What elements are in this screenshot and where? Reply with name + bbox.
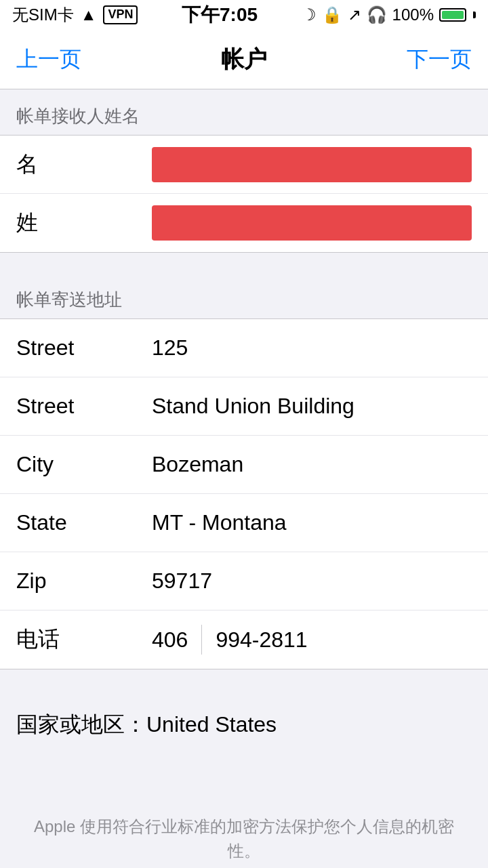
state-row: State MT - Montana: [0, 494, 488, 552]
battery-percent: 100%: [392, 5, 434, 24]
prev-page-button[interactable]: 上一页: [16, 45, 81, 75]
carrier-label: 无SIM卡: [12, 4, 74, 26]
billing-name-header: 帐单接收人姓名: [0, 89, 488, 135]
status-right: ☽ 🔒 ↗ 🎧 100%: [302, 5, 476, 24]
status-time: 下午7:05: [182, 2, 258, 28]
zip-row: Zip 59717: [0, 552, 488, 611]
street1-value[interactable]: 125: [152, 335, 472, 360]
wifi-icon: ▲: [81, 5, 97, 24]
country-section: 国家或地区：United States: [0, 690, 488, 753]
phone-area-code: 406: [152, 627, 188, 653]
phone-value[interactable]: 406 994-2811: [152, 625, 472, 655]
phone-label: 电话: [16, 625, 152, 655]
next-page-button[interactable]: 下一页: [407, 45, 472, 75]
billing-name-table: 名 姓: [0, 135, 488, 253]
page-title: 帐户: [221, 44, 267, 75]
street2-row: Street Stand Union Building: [0, 377, 488, 436]
country-value: United States: [146, 712, 277, 737]
phone-number: 994-2811: [216, 627, 307, 653]
spacer-3: [0, 753, 488, 774]
spacer-4: [0, 774, 488, 794]
street2-value[interactable]: Stand Union Building: [152, 394, 472, 419]
status-left: 无SIM卡 ▲ VPN: [12, 4, 138, 26]
street2-label: Street: [16, 394, 152, 419]
last-name-row: 姓: [0, 194, 488, 252]
billing-address-header: 帐单寄送地址: [0, 273, 488, 318]
last-name-field[interactable]: [152, 205, 472, 241]
nav-bar: 上一页 帐户 下一页: [0, 30, 488, 89]
city-label: City: [16, 452, 152, 477]
city-value[interactable]: Bozeman: [152, 452, 472, 477]
spacer-1: [0, 253, 488, 273]
first-name-row: 名: [0, 136, 488, 194]
billing-address-table: Street 125 Street Stand Union Building C…: [0, 318, 488, 669]
phone-divider: [201, 625, 202, 655]
battery-icon: [439, 8, 466, 22]
vpn-badge: VPN: [103, 5, 138, 24]
last-name-label: 姓: [16, 208, 152, 238]
first-name-field[interactable]: [152, 147, 472, 182]
state-label: State: [16, 510, 152, 535]
footer: Apple 使用符合行业标准的加密方法保护您个人信息的机密性。 知乎 @差很多的…: [0, 794, 488, 868]
zip-label: Zip: [16, 569, 152, 594]
footer-text: Apple 使用符合行业标准的加密方法保护您个人信息的机密性。: [33, 814, 455, 863]
country-prefix: 国家或地区：: [16, 712, 146, 737]
street1-label: Street: [16, 335, 152, 360]
status-bar: 无SIM卡 ▲ VPN 下午7:05 ☽ 🔒 ↗ 🎧 100%: [0, 0, 488, 30]
location-icon: ↗: [348, 5, 361, 24]
lock-icon: 🔒: [322, 5, 342, 24]
zip-value[interactable]: 59717: [152, 569, 472, 594]
state-value[interactable]: MT - Montana: [152, 510, 472, 535]
country-label: 国家或地区：United States: [16, 712, 277, 737]
moon-icon: ☽: [302, 5, 317, 24]
phone-row: 电话 406 994-2811: [0, 611, 488, 669]
spacer-2: [0, 669, 488, 690]
city-row: City Bozeman: [0, 436, 488, 494]
street1-row: Street 125: [0, 319, 488, 377]
headphone-icon: 🎧: [367, 5, 387, 24]
battery-nub: [473, 12, 476, 18]
first-name-label: 名: [16, 150, 152, 180]
